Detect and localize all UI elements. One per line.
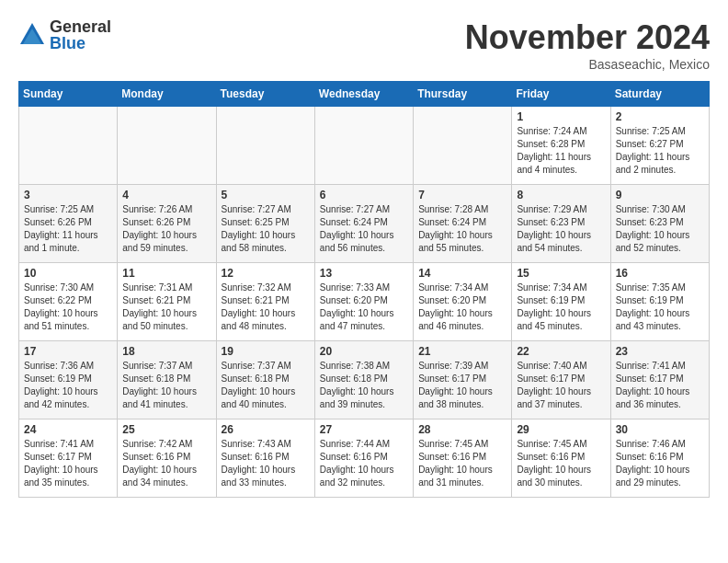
- calendar-cell: 10Sunrise: 7:30 AMSunset: 6:22 PMDayligh…: [19, 263, 118, 341]
- calendar-cell: 13Sunrise: 7:33 AMSunset: 6:20 PMDayligh…: [314, 263, 413, 341]
- day-number: 9: [616, 189, 704, 201]
- day-info: Sunrise: 7:36 AMSunset: 6:19 PMDaylight:…: [24, 360, 112, 411]
- day-number: 2: [616, 110, 704, 123]
- day-number: 15: [517, 267, 605, 280]
- col-tuesday: Tuesday: [216, 82, 314, 107]
- day-number: 6: [320, 189, 408, 201]
- day-number: 18: [122, 345, 210, 358]
- day-info: Sunrise: 7:25 AMSunset: 6:27 PMDaylight:…: [616, 125, 704, 177]
- day-info: Sunrise: 7:31 AMSunset: 6:21 PMDaylight:…: [122, 282, 210, 333]
- calendar-cell: 9Sunrise: 7:30 AMSunset: 6:23 PMDaylight…: [610, 185, 709, 263]
- day-info: Sunrise: 7:41 AMSunset: 6:17 PMDaylight:…: [24, 438, 112, 489]
- calendar-cell: 7Sunrise: 7:28 AMSunset: 6:24 PMDaylight…: [414, 185, 512, 263]
- calendar-cell: 15Sunrise: 7:34 AMSunset: 6:19 PMDayligh…: [512, 263, 610, 341]
- calendar-cell: 20Sunrise: 7:38 AMSunset: 6:18 PMDayligh…: [314, 341, 413, 419]
- day-number: 21: [418, 345, 506, 358]
- day-info: Sunrise: 7:44 AMSunset: 6:16 PMDaylight:…: [320, 438, 408, 489]
- day-info: Sunrise: 7:33 AMSunset: 6:20 PMDaylight:…: [320, 282, 408, 333]
- calendar-cell: 12Sunrise: 7:32 AMSunset: 6:21 PMDayligh…: [216, 263, 314, 341]
- calendar-cell: 22Sunrise: 7:40 AMSunset: 6:17 PMDayligh…: [512, 341, 610, 419]
- day-info: Sunrise: 7:28 AMSunset: 6:24 PMDaylight:…: [418, 203, 506, 255]
- day-info: Sunrise: 7:41 AMSunset: 6:17 PMDaylight:…: [616, 360, 704, 411]
- day-info: Sunrise: 7:27 AMSunset: 6:25 PMDaylight:…: [222, 203, 310, 255]
- week-row-4: 17Sunrise: 7:36 AMSunset: 6:19 PMDayligh…: [19, 341, 710, 419]
- day-info: Sunrise: 7:25 AMSunset: 6:26 PMDaylight:…: [24, 203, 112, 255]
- day-number: 28: [418, 423, 506, 436]
- week-row-5: 24Sunrise: 7:41 AMSunset: 6:17 PMDayligh…: [19, 419, 710, 498]
- day-info: Sunrise: 7:40 AMSunset: 6:17 PMDaylight:…: [517, 360, 605, 411]
- calendar-cell: [414, 107, 512, 185]
- day-number: 27: [320, 423, 408, 436]
- calendar-cell: 16Sunrise: 7:35 AMSunset: 6:19 PMDayligh…: [610, 263, 709, 341]
- day-info: Sunrise: 7:42 AMSunset: 6:16 PMDaylight:…: [122, 438, 210, 489]
- day-number: 1: [517, 110, 605, 123]
- logo-icon: [18, 21, 46, 49]
- day-number: 14: [418, 267, 506, 280]
- col-monday: Monday: [118, 82, 216, 107]
- calendar-cell: 8Sunrise: 7:29 AMSunset: 6:23 PMDaylight…: [512, 185, 610, 263]
- day-number: 5: [222, 189, 310, 201]
- col-sunday: Sunday: [19, 82, 118, 107]
- day-info: Sunrise: 7:32 AMSunset: 6:21 PMDaylight:…: [222, 282, 310, 333]
- day-number: 29: [517, 423, 605, 436]
- day-number: 7: [418, 189, 506, 201]
- calendar-cell: [314, 107, 413, 185]
- location: Basaseachic, Mexico: [465, 57, 710, 72]
- day-number: 4: [122, 189, 210, 201]
- day-number: 26: [222, 423, 310, 436]
- calendar-cell: [118, 107, 216, 185]
- calendar-cell: [19, 107, 118, 185]
- col-saturday: Saturday: [610, 82, 709, 107]
- calendar-cell: 26Sunrise: 7:43 AMSunset: 6:16 PMDayligh…: [216, 419, 314, 498]
- calendar-cell: 1Sunrise: 7:24 AMSunset: 6:28 PMDaylight…: [512, 107, 610, 185]
- calendar-cell: 25Sunrise: 7:42 AMSunset: 6:16 PMDayligh…: [118, 419, 216, 498]
- day-info: Sunrise: 7:29 AMSunset: 6:23 PMDaylight:…: [517, 203, 605, 255]
- calendar-cell: [216, 107, 314, 185]
- calendar-cell: 27Sunrise: 7:44 AMSunset: 6:16 PMDayligh…: [314, 419, 413, 498]
- day-number: 3: [24, 189, 112, 201]
- day-number: 25: [122, 423, 210, 436]
- calendar-cell: 5Sunrise: 7:27 AMSunset: 6:25 PMDaylight…: [216, 185, 314, 263]
- page-header: General Blue November 2024 Basaseachic, …: [18, 18, 710, 72]
- calendar-cell: 11Sunrise: 7:31 AMSunset: 6:21 PMDayligh…: [118, 263, 216, 341]
- day-info: Sunrise: 7:30 AMSunset: 6:23 PMDaylight:…: [616, 203, 704, 255]
- day-number: 13: [320, 267, 408, 280]
- week-row-3: 10Sunrise: 7:30 AMSunset: 6:22 PMDayligh…: [19, 263, 710, 341]
- day-info: Sunrise: 7:26 AMSunset: 6:26 PMDaylight:…: [122, 203, 210, 255]
- day-number: 20: [320, 345, 408, 358]
- calendar-cell: 23Sunrise: 7:41 AMSunset: 6:17 PMDayligh…: [610, 341, 709, 419]
- day-info: Sunrise: 7:45 AMSunset: 6:16 PMDaylight:…: [418, 438, 506, 489]
- day-number: 24: [24, 423, 112, 436]
- calendar-cell: 28Sunrise: 7:45 AMSunset: 6:16 PMDayligh…: [414, 419, 512, 498]
- week-row-2: 3Sunrise: 7:25 AMSunset: 6:26 PMDaylight…: [19, 185, 710, 263]
- calendar-cell: 18Sunrise: 7:37 AMSunset: 6:18 PMDayligh…: [118, 341, 216, 419]
- day-info: Sunrise: 7:34 AMSunset: 6:19 PMDaylight:…: [517, 282, 605, 333]
- month-title: November 2024: [465, 18, 710, 57]
- calendar-cell: 30Sunrise: 7:46 AMSunset: 6:16 PMDayligh…: [610, 419, 709, 498]
- col-friday: Friday: [512, 82, 610, 107]
- day-info: Sunrise: 7:34 AMSunset: 6:20 PMDaylight:…: [418, 282, 506, 333]
- calendar-cell: 2Sunrise: 7:25 AMSunset: 6:27 PMDaylight…: [610, 107, 709, 185]
- day-number: 19: [222, 345, 310, 358]
- title-block: November 2024 Basaseachic, Mexico: [465, 18, 710, 72]
- logo-text: General Blue: [50, 18, 111, 52]
- calendar-cell: 17Sunrise: 7:36 AMSunset: 6:19 PMDayligh…: [19, 341, 118, 419]
- calendar-cell: 19Sunrise: 7:37 AMSunset: 6:18 PMDayligh…: [216, 341, 314, 419]
- day-info: Sunrise: 7:45 AMSunset: 6:16 PMDaylight:…: [517, 438, 605, 489]
- calendar-cell: 4Sunrise: 7:26 AMSunset: 6:26 PMDaylight…: [118, 185, 216, 263]
- logo-blue: Blue: [50, 35, 111, 52]
- day-info: Sunrise: 7:46 AMSunset: 6:16 PMDaylight:…: [616, 438, 704, 489]
- day-number: 17: [24, 345, 112, 358]
- calendar-cell: 21Sunrise: 7:39 AMSunset: 6:17 PMDayligh…: [414, 341, 512, 419]
- col-wednesday: Wednesday: [314, 82, 413, 107]
- logo-general: General: [50, 18, 111, 35]
- header-row: Sunday Monday Tuesday Wednesday Thursday…: [19, 82, 710, 107]
- calendar-table: Sunday Monday Tuesday Wednesday Thursday…: [18, 81, 710, 498]
- day-info: Sunrise: 7:37 AMSunset: 6:18 PMDaylight:…: [122, 360, 210, 411]
- col-thursday: Thursday: [414, 82, 512, 107]
- day-info: Sunrise: 7:27 AMSunset: 6:24 PMDaylight:…: [320, 203, 408, 255]
- day-info: Sunrise: 7:37 AMSunset: 6:18 PMDaylight:…: [222, 360, 310, 411]
- day-number: 16: [616, 267, 704, 280]
- day-number: 11: [122, 267, 210, 280]
- calendar-cell: 3Sunrise: 7:25 AMSunset: 6:26 PMDaylight…: [19, 185, 118, 263]
